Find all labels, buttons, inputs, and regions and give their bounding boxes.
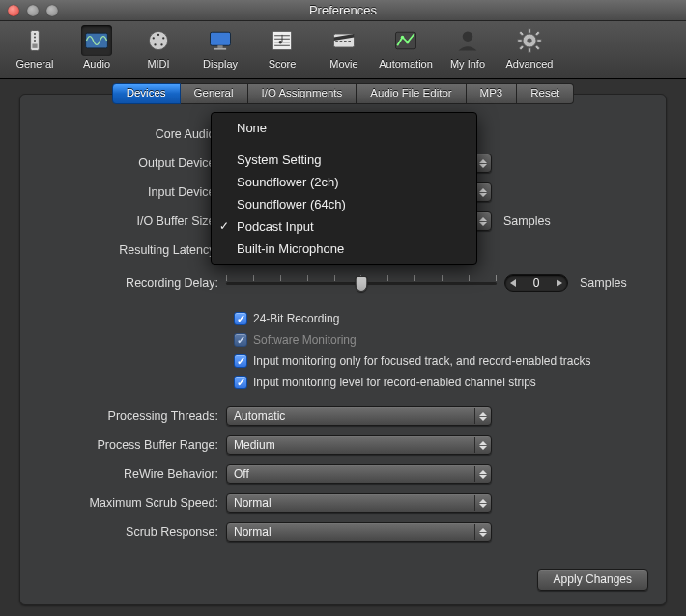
score-icon bbox=[267, 25, 298, 56]
max-scrub-select[interactable]: Normal bbox=[226, 493, 492, 513]
svg-point-9 bbox=[162, 37, 164, 39]
latency-label: Resulting Latency: bbox=[38, 243, 226, 257]
io-buffer-label: I/O Buffer Size: bbox=[38, 214, 226, 228]
svg-rect-21 bbox=[282, 35, 283, 42]
traffic-lights bbox=[0, 5, 58, 16]
close-button[interactable] bbox=[8, 5, 19, 16]
toolbar-advanced[interactable]: Advanced bbox=[504, 25, 555, 78]
subtab-mp3[interactable]: MP3 bbox=[467, 83, 518, 104]
svg-rect-35 bbox=[518, 40, 522, 42]
toolbar-audio[interactable]: Audio bbox=[71, 25, 122, 78]
titlebar: Preferences bbox=[0, 0, 686, 21]
menu-separator bbox=[212, 139, 476, 149]
toolbar-automation[interactable]: Automation bbox=[381, 25, 431, 78]
chevron-updown-icon bbox=[474, 524, 490, 540]
svg-point-28 bbox=[401, 36, 405, 40]
toolbar-myinfo[interactable]: My Info bbox=[443, 25, 493, 78]
toolbar-display-label: Display bbox=[203, 58, 238, 70]
subtab-reset[interactable]: Reset bbox=[517, 83, 574, 104]
svg-rect-5 bbox=[86, 33, 108, 48]
stepper-increase[interactable] bbox=[557, 279, 562, 287]
recording-delay-label: Recording Delay: bbox=[38, 276, 226, 290]
menu-item-builtin-mic[interactable]: Built-in Microphone bbox=[212, 238, 476, 260]
core-audio-label: Core Audio: bbox=[38, 127, 226, 141]
checkbox-24bit-label: 24-Bit Recording bbox=[253, 312, 339, 325]
checkbox-icon bbox=[234, 312, 247, 325]
input-device-menu[interactable]: None System Setting Soundflower (2ch) So… bbox=[211, 112, 477, 265]
window-title: Preferences bbox=[0, 3, 686, 17]
toolbar-myinfo-label: My Info bbox=[450, 58, 485, 70]
svg-rect-13 bbox=[217, 45, 222, 48]
toolbar-display[interactable]: Display bbox=[195, 25, 245, 78]
checkbox-inmon-level[interactable]: Input monitoring level for record-enable… bbox=[234, 372, 648, 393]
preferences-toolbar: General Audio MIDI Display Score Movie bbox=[0, 21, 686, 79]
svg-point-30 bbox=[463, 31, 473, 42]
automation-icon bbox=[390, 25, 421, 56]
svg-point-1 bbox=[34, 33, 36, 35]
zoom-button[interactable] bbox=[46, 5, 58, 16]
toolbar-movie[interactable]: Movie bbox=[319, 25, 369, 78]
menu-item-soundflower-64ch[interactable]: Soundflower (64ch) bbox=[212, 193, 476, 215]
recording-delay-unit: Samples bbox=[580, 276, 627, 290]
toolbar-general[interactable]: General bbox=[10, 25, 60, 78]
toolbar-general-label: General bbox=[15, 58, 53, 70]
recording-delay-slider[interactable] bbox=[226, 272, 497, 294]
svg-rect-26 bbox=[348, 41, 351, 42]
apply-changes-button[interactable]: Apply Changes bbox=[537, 569, 648, 591]
checkbox-swmon[interactable]: Software Monitoring bbox=[234, 329, 648, 350]
svg-point-3 bbox=[34, 40, 36, 42]
svg-rect-23 bbox=[335, 41, 338, 42]
svg-rect-40 bbox=[519, 45, 524, 50]
svg-point-11 bbox=[160, 43, 162, 45]
subtab-devices[interactable]: Devices bbox=[112, 83, 181, 104]
checkbox-inmon-level-label: Input monitoring level for record-enable… bbox=[253, 376, 536, 389]
chevron-updown-icon bbox=[474, 408, 490, 424]
audio-icon bbox=[81, 25, 112, 56]
stepper-decrease[interactable] bbox=[510, 279, 516, 287]
toolbar-automation-label: Automation bbox=[379, 58, 433, 70]
gear-icon bbox=[514, 25, 545, 56]
checkbox-inmon-focused-label: Input monitoring only for focused track,… bbox=[253, 354, 591, 368]
subtab-bar: Devices General I/O Assignments Audio Fi… bbox=[20, 83, 666, 104]
movie-icon bbox=[329, 25, 359, 56]
svg-point-7 bbox=[157, 34, 159, 36]
rewire-label: ReWire Behavior: bbox=[38, 467, 226, 481]
svg-rect-34 bbox=[529, 48, 531, 52]
scrub-resp-label: Scrub Response: bbox=[38, 525, 226, 539]
svg-point-20 bbox=[279, 41, 283, 44]
recording-delay-stepper[interactable]: 0 bbox=[504, 274, 568, 292]
proc-buffer-select[interactable]: Medium bbox=[226, 435, 492, 455]
svg-point-29 bbox=[406, 41, 410, 44]
proc-threads-label: Processing Threads: bbox=[38, 409, 226, 423]
checkbox-icon bbox=[234, 376, 247, 389]
svg-rect-39 bbox=[535, 31, 540, 36]
svg-rect-14 bbox=[214, 48, 226, 50]
minimize-button[interactable] bbox=[27, 5, 39, 16]
subtab-general[interactable]: General bbox=[181, 83, 248, 104]
proc-threads-select[interactable]: Automatic bbox=[226, 406, 492, 426]
subtab-audio-file-editor[interactable]: Audio File Editor bbox=[357, 83, 466, 104]
menu-item-system-setting[interactable]: System Setting bbox=[212, 149, 476, 171]
toolbar-midi[interactable]: MIDI bbox=[133, 25, 184, 78]
io-buffer-unit: Samples bbox=[503, 214, 551, 228]
midi-icon bbox=[143, 25, 174, 56]
svg-rect-37 bbox=[519, 31, 524, 36]
menu-item-soundflower-2ch[interactable]: Soundflower (2ch) bbox=[212, 171, 476, 193]
menu-item-podcast-input[interactable]: Podcast Input bbox=[212, 215, 476, 238]
checkbox-24bit[interactable]: 24-Bit Recording bbox=[234, 308, 648, 329]
person-icon bbox=[452, 25, 483, 56]
toolbar-score-label: Score bbox=[269, 58, 297, 70]
proc-buffer-label: Process Buffer Range: bbox=[38, 438, 226, 452]
checkbox-icon bbox=[234, 354, 247, 368]
rewire-select[interactable]: Off bbox=[226, 464, 492, 484]
scrub-resp-select[interactable]: Normal bbox=[226, 522, 492, 542]
menu-item-none[interactable]: None bbox=[212, 117, 476, 139]
svg-rect-12 bbox=[211, 32, 231, 45]
toolbar-score[interactable]: Score bbox=[257, 25, 307, 78]
checkbox-inmon-focused[interactable]: Input monitoring only for focused track,… bbox=[234, 350, 648, 372]
checkbox-icon bbox=[234, 333, 247, 347]
chevron-updown-icon bbox=[474, 466, 490, 482]
recording-delay-value: 0 bbox=[522, 276, 551, 290]
subtab-io-assignments[interactable]: I/O Assignments bbox=[248, 83, 357, 104]
toolbar-midi-label: MIDI bbox=[147, 58, 169, 70]
